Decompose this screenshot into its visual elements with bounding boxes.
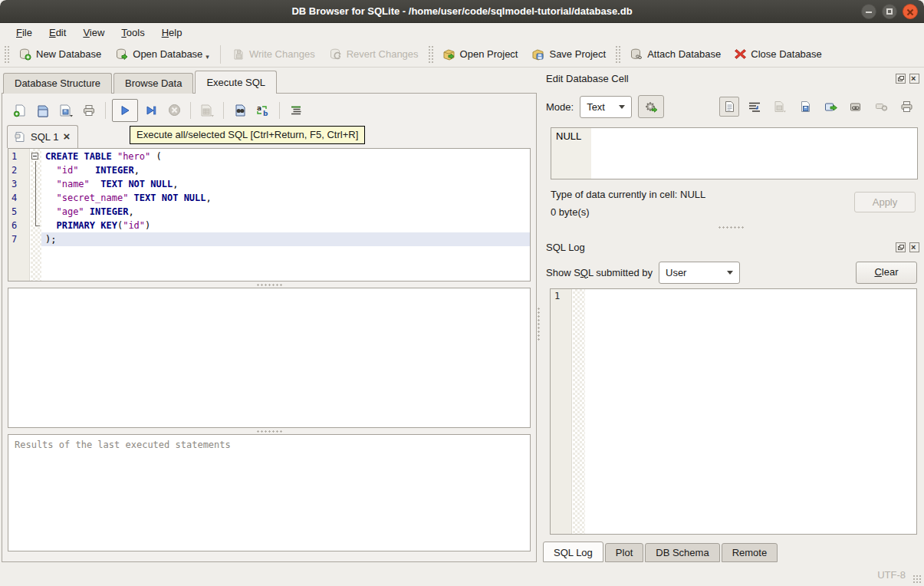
tab-browse-data[interactable]: Browse Data [113, 73, 193, 94]
float-panel-icon[interactable] [896, 74, 906, 84]
execute-sql-panel: a b Execute all/selected SQL [Ctrl+Retur… [2, 93, 537, 562]
sql-toolbar-separator [105, 102, 106, 119]
mode-combobox[interactable]: Text [580, 96, 632, 118]
minimize-icon[interactable] [861, 4, 876, 19]
code-line-3[interactable]: 3 "name" TEXT NOT NULL, [8, 177, 530, 191]
play-icon [119, 104, 131, 117]
menu-edit[interactable]: Edit [41, 25, 74, 41]
titlebar[interactable]: DB Browser for SQLite - /home/user/code/… [0, 0, 924, 23]
import-disabled-icon [773, 100, 787, 113]
results-table-pane[interactable] [8, 288, 531, 428]
maximize-icon[interactable] [882, 4, 897, 19]
results-placeholder: Results of the last executed statements [15, 440, 231, 450]
dock-splitter-handle[interactable] [541, 224, 919, 230]
execute-all-button[interactable] [112, 99, 138, 122]
close-panel-icon[interactable]: × [909, 242, 919, 252]
toolbar-drag-handle[interactable] [4, 45, 9, 64]
sql-log-header: SQL Log × [541, 239, 919, 255]
print-sql-button[interactable] [79, 100, 99, 120]
code-line-7[interactable]: 7); [8, 232, 530, 246]
tab-db-schema[interactable]: DB Schema [645, 543, 719, 562]
code-line-4[interactable]: 4 "secret_name" TEXT NOT NULL, [8, 191, 530, 205]
code-line-1[interactable]: 1CREATE TABLE "hero" ( [8, 150, 530, 163]
code-line-6[interactable]: 6 PRIMARY KEY("id") [8, 219, 530, 232]
close-database-button[interactable]: Close Database [728, 44, 829, 64]
toolbar-drag-handle[interactable] [428, 45, 433, 64]
close-icon[interactable] [903, 4, 918, 19]
sql-code-editor[interactable]: 1CREATE TABLE "hero" (2 "id" INTEGER,3 "… [8, 148, 531, 281]
sql-log-view[interactable]: 1 [550, 288, 917, 535]
open-database-button[interactable]: Open Database ▾ [108, 44, 216, 64]
fold-marker[interactable] [30, 191, 41, 205]
revert-changes-button[interactable]: Revert Changes [322, 44, 426, 64]
clear-button[interactable]: Clear [856, 262, 917, 284]
attach-database-button[interactable]: Attach Database [623, 44, 728, 64]
execute-line-button[interactable] [141, 100, 161, 120]
find-replace-button[interactable]: a b [253, 100, 273, 120]
sql-log-title: SQL Log [546, 242, 892, 253]
menu-file[interactable]: File [8, 25, 41, 41]
apply-button[interactable]: Apply [854, 192, 916, 212]
fold-marker[interactable] [30, 163, 41, 177]
new-sql-tab-button[interactable] [10, 100, 30, 120]
new-database-icon [18, 48, 31, 61]
close-panel-icon[interactable]: × [909, 74, 919, 84]
open-project-button[interactable]: Open Project [436, 44, 525, 64]
new-database-button[interactable]: New Database [12, 44, 108, 64]
resize-grip-icon[interactable] [912, 574, 922, 584]
find-button[interactable] [230, 100, 250, 120]
sql1-tab-close-icon[interactable]: × [63, 132, 70, 141]
import-data-button[interactable] [770, 97, 790, 117]
tab-plot[interactable]: Plot [605, 543, 643, 562]
toolbar-drag-handle[interactable] [615, 45, 620, 64]
save-project-button[interactable]: Save Project [524, 44, 613, 64]
write-changes-icon [232, 48, 245, 61]
save-sql-file-button[interactable] [56, 100, 76, 120]
dock-splitter-handle[interactable] [537, 307, 541, 342]
fold-marker[interactable] [30, 219, 41, 232]
open-database-dropdown-icon[interactable]: ▾ [206, 53, 209, 61]
submitted-by-combobox[interactable]: User [659, 262, 740, 284]
save-file-icon [58, 104, 74, 117]
print-icon [900, 100, 913, 113]
word-wrap-button[interactable] [745, 97, 765, 117]
export-data-button[interactable] [795, 97, 815, 117]
fold-marker[interactable] [30, 232, 41, 246]
fold-marker[interactable] [30, 150, 41, 163]
menu-tools[interactable]: Tools [113, 25, 153, 41]
float-panel-icon[interactable] [896, 242, 906, 252]
splitter-handle[interactable] [2, 281, 536, 288]
revert-changes-icon [329, 48, 342, 61]
fold-marker[interactable] [30, 205, 41, 219]
results-message-pane[interactable]: Results of the last executed statements [8, 434, 531, 551]
tab-remote[interactable]: Remote [722, 543, 778, 562]
code-line-2[interactable]: 2 "id" INTEGER, [8, 163, 530, 177]
stop-button[interactable] [164, 100, 184, 120]
open-url-button[interactable] [846, 97, 866, 117]
tab-database-structure[interactable]: Database Structure [3, 73, 112, 94]
auto-mode-button[interactable] [638, 95, 664, 118]
open-external-button[interactable] [820, 97, 840, 117]
tab-sql-log[interactable]: SQL Log [543, 542, 603, 562]
print-cell-button[interactable] [896, 97, 916, 117]
format-sql-button[interactable] [286, 100, 306, 120]
set-null-button[interactable] [871, 97, 891, 117]
cell-value-editor[interactable]: NULL [551, 127, 918, 179]
export-results-button[interactable] [197, 100, 217, 120]
fold-marker[interactable] [30, 177, 41, 191]
tab-execute-sql[interactable]: Execute SQL [195, 71, 277, 94]
cell-type-info: Type of data currently in cell: NULL [551, 189, 705, 200]
code-line-5[interactable]: 5 "age" INTEGER, [8, 205, 530, 219]
text-document-button[interactable] [719, 97, 739, 117]
splitter-handle[interactable] [2, 428, 536, 434]
sql1-tab-label: SQL 1 [31, 131, 58, 143]
menu-view[interactable]: View [74, 25, 113, 41]
sql1-tab[interactable]: SQL 1 × [7, 125, 78, 148]
window-controls [861, 4, 918, 19]
open-sql-file-button[interactable] [33, 100, 53, 120]
document-icon [724, 100, 735, 113]
menubar: FileEditViewToolsHelp [0, 23, 924, 41]
write-changes-button[interactable]: Write Changes [225, 44, 322, 64]
sql-code-area[interactable]: 1CREATE TABLE "hero" (2 "id" INTEGER,3 "… [8, 150, 530, 246]
menu-help[interactable]: Help [153, 25, 191, 41]
